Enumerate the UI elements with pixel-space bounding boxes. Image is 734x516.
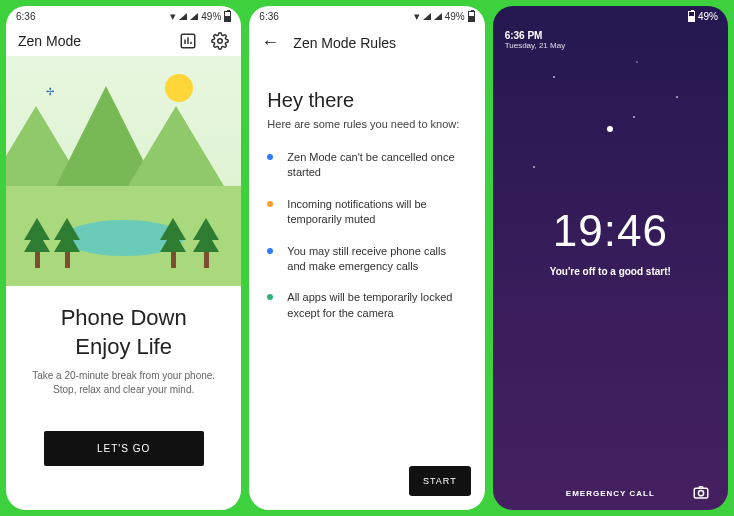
rules-sub: Here are some rules you need to know:	[267, 118, 466, 130]
screen-zen-rules: 6:36 ▾ 49% ← Zen Mode Rules Hey there He…	[249, 6, 484, 510]
status-bar: 6:36 ▾ 49%	[6, 6, 241, 26]
battery-text: 49%	[201, 11, 221, 22]
screen-zen-home: 6:36 ▾ 49% Zen Mode ✢	[6, 6, 241, 510]
bullet-icon	[267, 201, 273, 207]
svg-rect-2	[694, 488, 708, 498]
status-bar: 6:36 ▾ 49%	[249, 6, 484, 26]
emergency-call-button[interactable]: EMERGENCY CALL	[566, 489, 655, 498]
svg-point-1	[218, 39, 223, 44]
rules-title: Zen Mode Rules	[293, 35, 396, 51]
headline-1: Phone Down	[61, 305, 187, 330]
status-time: 6:36	[259, 11, 278, 22]
lets-go-button[interactable]: LET'S GO	[44, 431, 204, 466]
countdown-message: You're off to a good start!	[493, 266, 728, 277]
rules-list: Zen Mode can't be cancelled once started…	[267, 150, 466, 321]
headline-2: Enjoy Life	[75, 334, 172, 359]
app-bar: Zen Mode	[6, 26, 241, 56]
rule-text: Zen Mode can't be cancelled once started	[287, 150, 466, 181]
svg-point-3	[698, 490, 703, 495]
countdown-time: 19:46	[493, 206, 728, 256]
rule-item: Incoming notifications will be temporari…	[267, 197, 466, 228]
rule-text: Incoming notifications will be temporari…	[287, 197, 466, 228]
battery-icon	[468, 11, 475, 22]
rule-item: All apps will be temporarily locked exce…	[267, 290, 466, 321]
battery-text: 49%	[445, 11, 465, 22]
bullet-icon	[267, 154, 273, 160]
signal-icon	[179, 13, 187, 20]
rule-item: Zen Mode can't be cancelled once started	[267, 150, 466, 181]
app-bar: ← Zen Mode Rules	[249, 26, 484, 59]
rule-text: You may still receive phone calls and ma…	[287, 244, 466, 275]
stats-icon[interactable]	[179, 32, 197, 50]
signal-icon	[423, 13, 431, 20]
hero-sub: Take a 20-minute break from your phone. …	[30, 369, 217, 397]
rule-item: You may still receive phone calls and ma…	[267, 244, 466, 275]
signal-icon	[190, 13, 198, 20]
settings-icon[interactable]	[211, 32, 229, 50]
hero-illustration: ✢	[6, 56, 241, 286]
signal-icon	[434, 13, 442, 20]
status-time: 6:36	[16, 11, 35, 22]
start-button[interactable]: START	[409, 466, 471, 496]
app-title: Zen Mode	[18, 33, 81, 49]
bullet-icon	[267, 294, 273, 300]
bullet-icon	[267, 248, 273, 254]
hero-copy: Phone Down Enjoy Life Take a 20-minute b…	[6, 286, 241, 466]
screen-zen-active: 49% 6:36 PM Tuesday, 21 May 19:46 You're…	[493, 6, 728, 510]
camera-icon[interactable]	[692, 483, 710, 505]
countdown: 19:46 You're off to a good start!	[493, 206, 728, 277]
battery-icon	[224, 11, 231, 22]
wifi-icon: ▾	[414, 10, 420, 23]
back-icon[interactable]: ←	[261, 32, 279, 53]
rule-text: All apps will be temporarily locked exce…	[287, 290, 466, 321]
wifi-icon: ▾	[170, 10, 176, 23]
rules-heading: Hey there	[267, 89, 466, 112]
